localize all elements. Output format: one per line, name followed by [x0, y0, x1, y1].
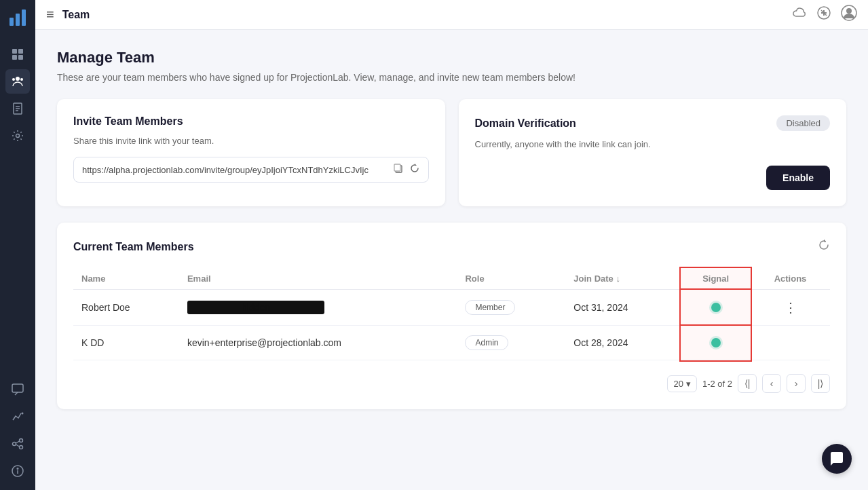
sidebar-item-reports[interactable] — [5, 96, 30, 121]
disabled-badge: Disabled — [776, 115, 830, 131]
member-role: Member — [457, 290, 565, 326]
topbar: ≡ Team — [35, 0, 868, 30]
svg-point-17 — [13, 442, 16, 446]
chevron-down-icon: ▾ — [686, 379, 691, 389]
redacted-email: hidden — [187, 301, 324, 314]
svg-point-19 — [20, 446, 23, 449]
refresh-link-icon[interactable] — [409, 163, 420, 176]
topbar-right — [792, 5, 857, 24]
enable-button[interactable]: Enable — [766, 166, 830, 190]
page-title: Manage Team — [57, 49, 846, 67]
members-card: Current Team Members Name Email Role — [57, 223, 846, 409]
domain-card: Domain Verification Disabled Currently, … — [459, 99, 847, 206]
member-name: Robert Doe — [73, 290, 179, 326]
next-page-button[interactable]: › — [787, 374, 806, 393]
col-role: Role — [457, 268, 565, 290]
main-area: ≡ Team — [35, 0, 868, 490]
sidebar-item-settings[interactable] — [5, 124, 30, 148]
actions-menu-button[interactable]: ⋮ — [759, 299, 822, 316]
page-subtitle: These are your team members who have sig… — [57, 72, 846, 83]
prev-page-button[interactable]: ‹ — [762, 374, 781, 393]
notification-icon[interactable] — [816, 5, 831, 24]
svg-rect-0 — [10, 18, 14, 26]
domain-card-header: Domain Verification Disabled — [475, 115, 831, 131]
member-actions — [751, 326, 830, 360]
first-page-button[interactable]: ⟨| — [738, 374, 757, 393]
signal-indicator — [711, 338, 721, 347]
topbar-title: Team — [62, 9, 90, 21]
svg-point-16 — [22, 413, 24, 415]
member-signal — [681, 326, 751, 360]
svg-line-21 — [16, 445, 20, 447]
members-card-title: Current Team Members — [73, 241, 194, 253]
per-page-value: 20 — [673, 379, 683, 389]
menu-icon[interactable]: ≡ — [46, 7, 54, 22]
svg-point-24 — [17, 468, 18, 470]
member-name: K DD — [73, 326, 179, 360]
refresh-members-icon[interactable] — [818, 239, 830, 255]
svg-point-8 — [12, 78, 15, 81]
member-join-date: Oct 31, 2024 — [565, 290, 681, 326]
col-name: Name — [73, 268, 179, 290]
svg-point-30 — [846, 8, 852, 14]
content-area: Manage Team These are your team members … — [35, 30, 868, 490]
svg-point-18 — [20, 439, 23, 442]
table-row: K DD kevin+enterprise@projectionlab.com … — [73, 326, 830, 360]
member-email: hidden — [179, 290, 457, 326]
last-page-button[interactable]: |⟩ — [811, 374, 830, 393]
svg-rect-5 — [12, 55, 17, 60]
col-signal: Signal — [681, 268, 751, 290]
sidebar — [0, 0, 35, 490]
domain-card-description: Currently, anyone with the invite link c… — [475, 139, 831, 149]
cards-row: Invite Team Members Share this invite li… — [57, 99, 846, 206]
svg-rect-6 — [18, 55, 23, 60]
sidebar-item-feedback[interactable] — [5, 377, 30, 402]
per-page-select[interactable]: 20 ▾ — [667, 375, 696, 392]
svg-rect-3 — [12, 49, 17, 54]
col-actions: Actions — [751, 268, 830, 290]
sidebar-item-team[interactable] — [5, 69, 30, 94]
pagination: 20 ▾ 1-2 of 2 ⟨| ‹ › |⟩ — [73, 374, 830, 393]
col-join-date: Join Date ↓ — [565, 268, 681, 290]
svg-point-14 — [16, 134, 20, 138]
invite-link-text: https://alpha.projectionlab.com/invite/g… — [82, 165, 388, 175]
member-role-badge: Member — [465, 300, 515, 315]
invite-card-header: Invite Team Members — [73, 115, 429, 128]
page-range: 1-2 of 2 — [702, 379, 732, 389]
svg-rect-4 — [18, 49, 23, 54]
members-card-header: Current Team Members — [73, 239, 830, 255]
invite-card-title: Invite Team Members — [73, 115, 183, 128]
member-signal — [681, 290, 751, 326]
member-join-date: Oct 28, 2024 — [565, 326, 681, 360]
svg-point-7 — [16, 77, 20, 81]
sidebar-item-dashboard[interactable] — [5, 42, 30, 67]
svg-rect-15 — [12, 384, 23, 392]
domain-card-title: Domain Verification — [475, 117, 576, 130]
invite-link-row: https://alpha.projectionlab.com/invite/g… — [73, 157, 429, 183]
table-row: Robert Doe hidden Member Oct 31, 2024 ⋮ — [73, 290, 830, 326]
cloud-icon[interactable] — [792, 5, 807, 24]
invite-card: Invite Team Members Share this invite li… — [57, 99, 445, 206]
member-email: kevin+enterprise@projectionlab.com — [179, 326, 457, 360]
copy-icon[interactable] — [393, 163, 404, 176]
svg-rect-2 — [22, 10, 26, 26]
sort-icon: ↓ — [616, 274, 620, 284]
signal-indicator — [711, 303, 721, 312]
svg-line-20 — [16, 441, 20, 443]
chat-fab-button[interactable] — [822, 444, 852, 474]
members-table: Name Email Role Join Date ↓ Signal Actio… — [73, 268, 830, 360]
col-email: Email — [179, 268, 457, 290]
svg-rect-32 — [394, 164, 400, 171]
member-actions: ⋮ — [751, 290, 830, 326]
svg-rect-1 — [16, 14, 20, 26]
invite-card-description: Share this invite link with your team. — [73, 136, 429, 146]
member-role: Admin — [457, 326, 565, 360]
sidebar-item-integrations[interactable] — [5, 432, 30, 456]
svg-point-9 — [20, 78, 23, 81]
sidebar-item-info[interactable] — [5, 459, 30, 483]
sidebar-item-analytics[interactable] — [5, 404, 30, 429]
member-role-badge: Admin — [465, 335, 508, 350]
app-logo — [7, 7, 29, 29]
user-avatar-icon[interactable] — [841, 5, 857, 24]
